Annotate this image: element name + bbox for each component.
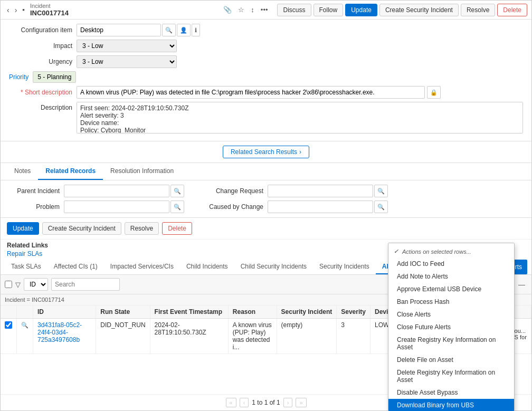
dropdown-approve-usb[interactable]: Approve External USB Device	[388, 283, 514, 295]
dropdown-menu: ✓ Actions on selected rows... Add IOC to…	[388, 243, 515, 411]
dropdown-add-ioc-feed[interactable]: Add IOC to Feed	[388, 257, 514, 270]
dropdown-section-header: ✓ Actions on selected rows...	[388, 245, 514, 257]
dropdown-section-label: Actions on selected rows...	[402, 248, 471, 255]
dropdown-create-registry-key[interactable]: Create Registry Key Information on Asset	[388, 333, 514, 353]
dropdown-ban-process-hash[interactable]: Ban Process Hash	[388, 295, 514, 308]
dropdown-delete-file[interactable]: Delete File on Asset	[388, 353, 514, 366]
dropdown-disable-asset-bypass[interactable]: Disable Asset Bypass	[388, 386, 514, 399]
dropdown-close-future-alerts[interactable]: Close Future Alerts	[388, 321, 514, 333]
dropdown-close-alerts[interactable]: Close Alerts	[388, 308, 514, 321]
dropdown-download-binary[interactable]: Download Binary from UBS	[388, 399, 514, 411]
dropdown-add-note-alerts[interactable]: Add Note to Alerts	[388, 270, 514, 283]
dropdown-delete-registry-key[interactable]: Delete Registry Key Information on Asset	[388, 366, 514, 386]
